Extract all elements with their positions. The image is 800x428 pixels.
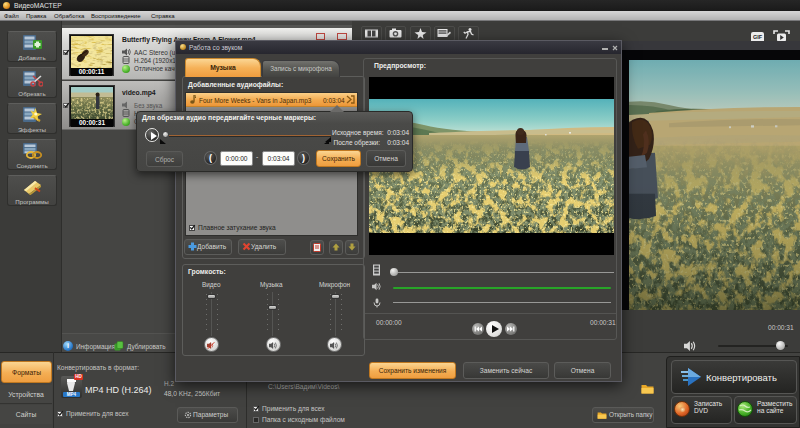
svg-text:MP4: MP4 xyxy=(67,392,77,397)
